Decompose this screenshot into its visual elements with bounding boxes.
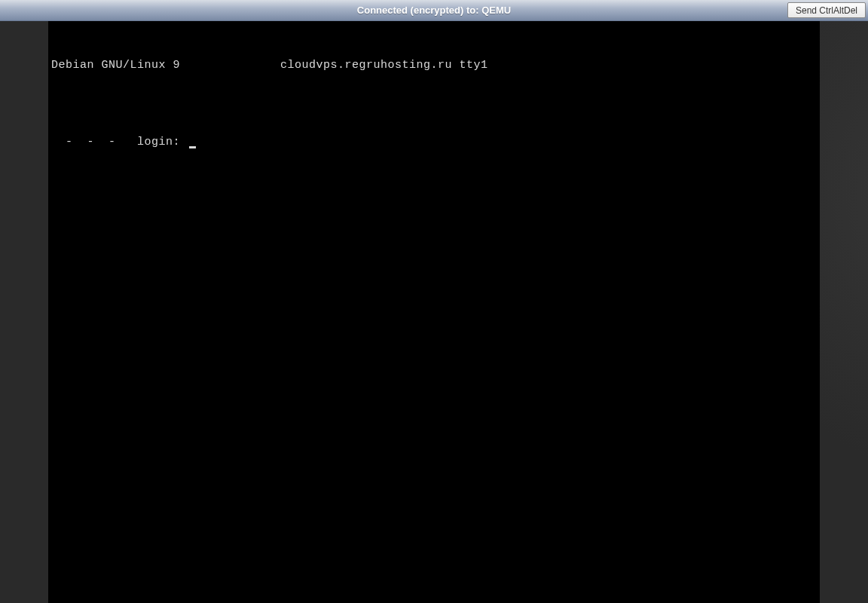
terminal-screen[interactable]: Debian GNU/Linux 9 cloudvps.regruhosting… [48,21,820,603]
terminal-login-line: - - - login: [51,136,817,150]
terminal-banner-line: Debian GNU/Linux 9 cloudvps.regruhosting… [51,60,817,73]
host-banner: cloudvps.regruhosting.ru tty1 [280,59,488,72]
send-ctrlaltdel-button[interactable]: Send CtrlAltDel [787,2,866,18]
vnc-top-bar: Connected (encrypted) to: QEMU Send Ctrl… [0,0,868,21]
terminal-blank-line [51,98,817,112]
connection-status: Connected (encrypted) to: QEMU [357,5,511,16]
terminal-content: Debian GNU/Linux 9 cloudvps.regruhosting… [48,21,820,178]
os-banner: Debian GNU/Linux 9 [51,59,180,72]
cursor-icon [189,146,196,148]
login-prompt: - - - login: [51,136,188,148]
